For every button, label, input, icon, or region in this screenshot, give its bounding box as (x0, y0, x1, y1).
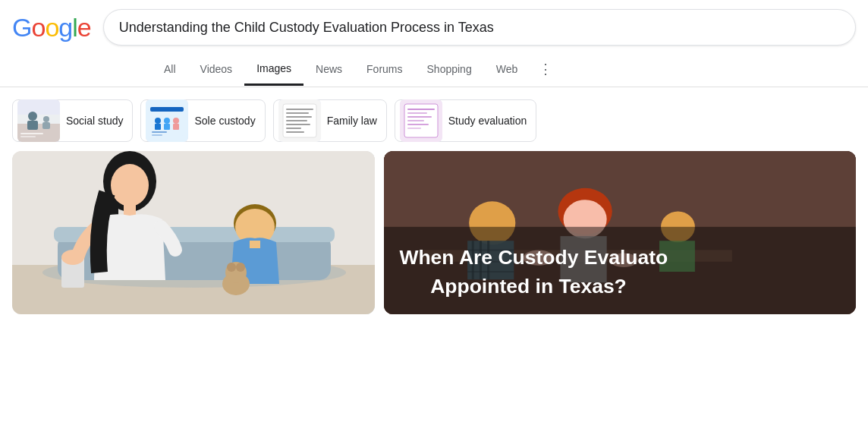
svg-rect-32 (407, 112, 427, 114)
social-study-thumb-svg (17, 99, 60, 142)
study-evaluation-thumb-svg (400, 99, 442, 142)
svg-rect-75 (384, 227, 856, 314)
svg-rect-35 (407, 124, 429, 125)
svg-rect-36 (407, 128, 421, 129)
search-query-text: Understanding the Child Custody Evaluati… (119, 20, 494, 36)
tab-videos[interactable]: Videos (188, 54, 245, 84)
svg-rect-51 (250, 241, 260, 248)
image-card-custody-text[interactable]: When Are Custody Evaluato Appointed in T… (384, 151, 856, 314)
tab-forums[interactable]: Forums (354, 54, 414, 84)
chip-social-study[interactable]: Social study (12, 99, 133, 142)
svg-rect-17 (173, 124, 179, 130)
image-card-consultation[interactable] (12, 151, 375, 314)
svg-rect-27 (286, 128, 301, 129)
svg-rect-18 (152, 131, 167, 133)
svg-rect-11 (150, 107, 184, 112)
svg-text:Appointed in Texas?: Appointed in Texas? (430, 275, 627, 298)
svg-rect-2 (17, 115, 60, 124)
svg-rect-6 (42, 122, 50, 129)
tab-news[interactable]: News (303, 54, 354, 84)
image-grid: When Are Custody Evaluato Appointed in T… (0, 151, 868, 314)
svg-rect-31 (407, 109, 435, 110)
svg-rect-26 (286, 124, 310, 125)
custody-image: When Are Custody Evaluato Appointed in T… (384, 151, 856, 314)
chip-family-law-label: Family law (327, 115, 377, 127)
svg-rect-28 (286, 131, 304, 133)
svg-point-45 (111, 164, 149, 206)
svg-rect-13 (155, 124, 161, 130)
tab-images[interactable]: Images (244, 53, 303, 86)
svg-rect-4 (27, 121, 38, 130)
svg-point-12 (155, 118, 161, 124)
svg-point-55 (236, 263, 245, 272)
google-logo: Google (12, 13, 91, 43)
svg-rect-1 (17, 122, 60, 142)
svg-rect-24 (286, 116, 312, 118)
svg-point-16 (173, 118, 179, 124)
chip-sole-custody-label: Sole custody (194, 115, 255, 127)
chip-social-study-label: Social study (66, 115, 123, 127)
sole-custody-thumb-svg (146, 99, 188, 142)
svg-point-14 (164, 118, 170, 124)
svg-rect-19 (152, 134, 162, 136)
logo-o1: o (31, 13, 45, 43)
logo-g: G (12, 13, 31, 43)
consultation-image (12, 151, 375, 314)
search-bar[interactable]: Understanding the Child Custody Evaluati… (103, 9, 856, 46)
svg-rect-33 (407, 116, 432, 118)
svg-rect-23 (286, 112, 309, 114)
svg-point-3 (28, 112, 37, 121)
chip-sole-custody-thumbnail (146, 99, 188, 142)
svg-rect-8 (20, 136, 36, 137)
header: Google Understanding the Child Custody E… (0, 0, 868, 52)
chip-study-evaluation[interactable]: Study evaluation (395, 99, 537, 142)
svg-rect-25 (286, 120, 307, 121)
svg-point-5 (43, 116, 49, 122)
logo-g2: g (58, 13, 72, 43)
tab-web[interactable]: Web (484, 54, 530, 84)
nav-tabs: All Videos Images News Forums Shopping W… (0, 52, 868, 87)
filter-chips: Social study Sole custody (0, 87, 868, 151)
chip-social-study-thumbnail (17, 99, 60, 142)
svg-rect-7 (20, 133, 43, 134)
tab-shopping[interactable]: Shopping (415, 54, 484, 84)
svg-rect-34 (407, 120, 424, 121)
chip-sole-custody[interactable]: Sole custody (140, 99, 265, 142)
family-law-thumb-svg (278, 99, 321, 142)
svg-point-48 (61, 250, 84, 265)
chip-family-law[interactable]: Family law (273, 99, 387, 142)
svg-text:When Are Custody Evaluato: When Are Custody Evaluato (399, 246, 668, 269)
chip-family-law-thumbnail (278, 99, 321, 142)
chip-study-evaluation-thumbnail (400, 99, 442, 142)
svg-rect-15 (164, 124, 170, 130)
svg-point-54 (227, 263, 236, 272)
chip-study-evaluation-label: Study evaluation (448, 115, 527, 127)
tab-all[interactable]: All (152, 54, 188, 84)
logo-o2: o (45, 13, 58, 43)
logo-e: e (77, 13, 91, 43)
more-options-icon[interactable]: ⋮ (533, 52, 558, 87)
svg-rect-22 (286, 109, 313, 110)
